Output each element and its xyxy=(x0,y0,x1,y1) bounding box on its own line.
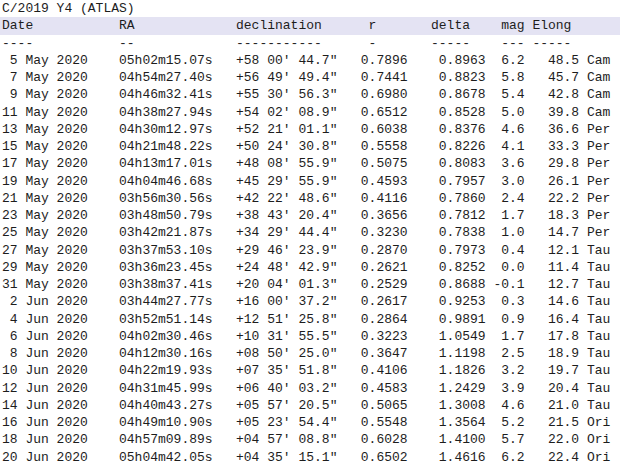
column-header-elong: Elong xyxy=(532,17,579,34)
cell-date: 6 Jun 2020 xyxy=(2,328,88,345)
cell-declination: +08 50' 25.0" xyxy=(236,345,337,362)
table-row: 16 Jun 2020 04h49m10.90s +05 23' 54.4" 0… xyxy=(2,414,620,431)
table-row: 8 Jun 2020 04h12m30.16s +08 50' 25.0" 0.… xyxy=(2,345,620,362)
cell-constellation: Ori xyxy=(587,414,610,431)
separator-mag: --- xyxy=(493,35,524,52)
cell-r: 0.3647 xyxy=(361,345,408,362)
cell-date: 25 May 2020 xyxy=(2,224,88,241)
cell-ra: 03h42m21.87s xyxy=(119,224,213,241)
cell-r: 0.6038 xyxy=(361,121,408,138)
cell-declination: +34 29' 44.4" xyxy=(236,224,337,241)
column-header-ra: RA xyxy=(119,17,213,34)
cell-constellation: Per xyxy=(587,155,610,172)
cell-elong: 18.3 xyxy=(532,207,579,224)
cell-r: 0.5065 xyxy=(361,397,408,414)
cell-delta: 1.4616 xyxy=(431,449,486,466)
cell-elong: 22.4 xyxy=(532,449,579,466)
cell-mag: 2.5 xyxy=(493,345,524,362)
cell-ra: 03h44m27.77s xyxy=(119,293,213,310)
cell-mag: 6.2 xyxy=(493,52,524,69)
separator-date: ---- xyxy=(2,35,88,52)
cell-declination: +48 08' 55.9" xyxy=(236,155,337,172)
cell-elong: 11.4 xyxy=(532,259,579,276)
cell-r: 0.6028 xyxy=(361,431,408,448)
cell-elong: 36.6 xyxy=(532,121,579,138)
cell-elong: 21.0 xyxy=(532,397,579,414)
cell-elong: 14.6 xyxy=(532,293,579,310)
cell-mag: 0.0 xyxy=(493,259,524,276)
cell-elong: 12.7 xyxy=(532,276,579,293)
table-row: 31 May 2020 03h38m37.41s +20 04' 01.3" 0… xyxy=(2,276,620,293)
cell-ra: 03h37m53.10s xyxy=(119,242,213,259)
cell-r: 0.2864 xyxy=(361,311,408,328)
cell-mag: 4.6 xyxy=(493,397,524,414)
cell-constellation: Tau xyxy=(587,345,610,362)
table-row: 4 Jun 2020 03h52m51.14s +12 51' 25.8" 0.… xyxy=(2,311,620,328)
cell-elong: 29.8 xyxy=(532,155,579,172)
cell-mag: 5.7 xyxy=(493,431,524,448)
cell-declination: +45 29' 55.9" xyxy=(236,173,337,190)
cell-date: 19 May 2020 xyxy=(2,173,88,190)
cell-delta: 1.4100 xyxy=(431,431,486,448)
cell-elong: 12.1 xyxy=(532,242,579,259)
cell-ra: 05h02m15.07s xyxy=(119,52,213,69)
cell-mag: 4.1 xyxy=(493,138,524,155)
cell-ra: 04h22m19.93s xyxy=(119,362,213,379)
separator-ra: -- xyxy=(119,35,213,52)
cell-r: 0.6512 xyxy=(361,104,408,121)
separator-elong: ----- xyxy=(532,35,579,52)
cell-mag: 1.7 xyxy=(493,207,524,224)
cell-delta: 0.8226 xyxy=(431,138,486,155)
table-separator-row: ---- -- ----------- - ----- --- ----- xyxy=(2,35,620,52)
cell-declination: +58 00' 44.7" xyxy=(236,52,337,69)
cell-elong: 39.8 xyxy=(532,104,579,121)
separator-delta: ----- xyxy=(431,35,486,52)
cell-date: 20 Jun 2020 xyxy=(2,449,88,466)
cell-date: 29 May 2020 xyxy=(2,259,88,276)
cell-ra: 03h38m37.41s xyxy=(119,276,213,293)
cell-delta: 0.7957 xyxy=(431,173,486,190)
cell-ra: 04h46m32.41s xyxy=(119,86,213,103)
cell-constellation: Ori xyxy=(587,431,610,448)
cell-ra: 03h48m50.79s xyxy=(119,207,213,224)
cell-ra: 03h36m23.45s xyxy=(119,259,213,276)
cell-delta: 0.8823 xyxy=(431,69,486,86)
cell-ra: 04h12m30.16s xyxy=(119,345,213,362)
table-row: 18 Jun 2020 04h57m09.89s +04 57' 08.8" 0… xyxy=(2,431,620,448)
cell-declination: +04 35' 15.1" xyxy=(236,449,337,466)
cell-r: 0.2621 xyxy=(361,259,408,276)
column-header-declination: declination xyxy=(236,17,337,34)
cell-delta: 0.8688 xyxy=(431,276,486,293)
cell-declination: +38 43' 20.4" xyxy=(236,207,337,224)
cell-r: 0.5558 xyxy=(361,138,408,155)
cell-delta: 0.8528 xyxy=(431,104,486,121)
cell-ra: 05h04m42.05s xyxy=(119,449,213,466)
cell-r: 0.5075 xyxy=(361,155,408,172)
table-row: 6 Jun 2020 04h02m30.46s +10 31' 55.5" 0.… xyxy=(2,328,620,345)
cell-delta: 0.8678 xyxy=(431,86,486,103)
table-row: 27 May 2020 03h37m53.10s +29 46' 23.9" 0… xyxy=(2,242,620,259)
cell-date: 4 Jun 2020 xyxy=(2,311,88,328)
cell-constellation: Tau xyxy=(587,276,610,293)
cell-delta: 0.7973 xyxy=(431,242,486,259)
cell-delta: 1.3564 xyxy=(431,414,486,431)
cell-elong: 48.5 xyxy=(532,52,579,69)
table-row: 13 May 2020 04h30m12.97s +52 21' 01.1" 0… xyxy=(2,121,620,138)
cell-constellation: Tau xyxy=(587,362,610,379)
cell-elong: 14.7 xyxy=(532,224,579,241)
cell-r: 0.7441 xyxy=(361,69,408,86)
table-row: 9 May 2020 04h46m32.41s +55 30' 56.3" 0.… xyxy=(2,86,620,103)
table-row: 29 May 2020 03h36m23.45s +24 48' 42.9" 0… xyxy=(2,259,620,276)
cell-r: 0.2870 xyxy=(361,242,408,259)
cell-ra: 04h30m12.97s xyxy=(119,121,213,138)
cell-r: 0.4593 xyxy=(361,173,408,190)
table-row: 2 Jun 2020 03h44m27.77s +16 00' 37.2" 0.… xyxy=(2,293,620,310)
cell-date: 8 Jun 2020 xyxy=(2,345,88,362)
comet-designation: C/2019 Y4 (ATLAS) xyxy=(2,0,620,17)
cell-r: 0.4116 xyxy=(361,190,408,207)
cell-declination: +20 04' 01.3" xyxy=(236,276,337,293)
cell-ra: 04h54m27.40s xyxy=(119,69,213,86)
cell-date: 11 May 2020 xyxy=(2,104,88,121)
cell-r: 0.6502 xyxy=(361,449,408,466)
cell-declination: +52 21' 01.1" xyxy=(236,121,337,138)
